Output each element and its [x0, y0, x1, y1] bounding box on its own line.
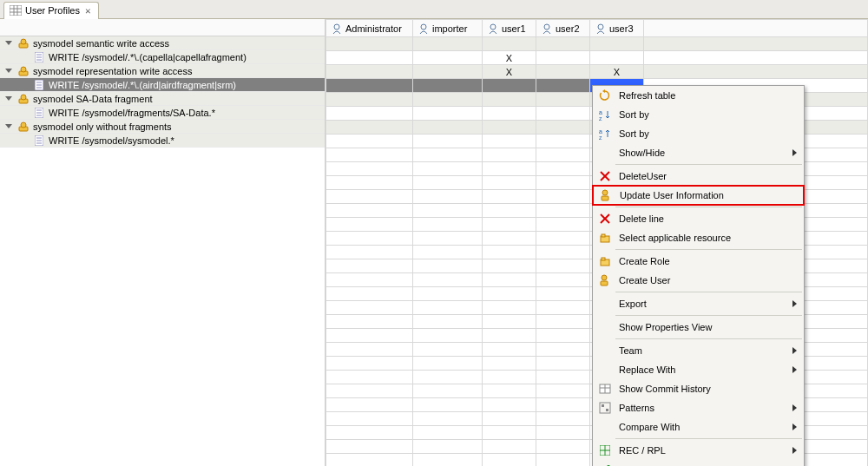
- svg-rect-49: [601, 281, 608, 286]
- submenu-arrow-icon: [792, 423, 797, 430]
- menu-patterns[interactable]: Patterns: [593, 398, 804, 417]
- cell[interactable]: [413, 51, 483, 65]
- cell[interactable]: [536, 51, 590, 65]
- svg-point-33: [598, 24, 603, 30]
- svg-point-31: [490, 24, 496, 30]
- svg-point-32: [544, 24, 549, 30]
- tab-label: User Profiles: [25, 5, 80, 16]
- tree-child[interactable]: WRITE /sysmodel/.*\.(capella|capellafrag…: [0, 50, 325, 64]
- close-icon[interactable]: ✕: [85, 5, 91, 16]
- svg-point-24: [21, 122, 26, 128]
- menu-delete-user[interactable]: DeleteUser: [593, 167, 804, 186]
- user-icon: [596, 274, 614, 286]
- svg-point-29: [334, 24, 339, 30]
- submenu-arrow-icon: [792, 347, 797, 354]
- role-icon: [17, 93, 30, 105]
- menu-show-hide[interactable]: Show/Hide: [593, 143, 804, 162]
- menu-delete-line[interactable]: Delete line: [593, 209, 804, 228]
- menu-create-role[interactable]: Create Role: [593, 252, 804, 271]
- cell[interactable]: [590, 51, 644, 65]
- col-header[interactable]: Administrator: [326, 20, 413, 37]
- tree-group-label: sysmodel representation write access: [33, 66, 192, 76]
- menu-refresh-table[interactable]: Refresh table: [593, 86, 804, 105]
- menu-export[interactable]: Export: [593, 294, 804, 313]
- chevron-down-icon: [5, 41, 12, 45]
- grid-icon: [596, 445, 614, 456]
- svg-rect-47: [602, 258, 605, 260]
- svg-rect-53: [600, 403, 610, 413]
- menu-team[interactable]: Team: [593, 341, 804, 360]
- svg-point-18: [21, 95, 26, 100]
- table-icon: [10, 5, 22, 16]
- tab-bar: User Profiles ✕: [0, 0, 868, 19]
- chevron-down-icon: [5, 96, 12, 101]
- tree-child-label: WRITE /sysmodel/.*\.(capella|capellafrag…: [49, 52, 247, 62]
- col-header[interactable]: user1: [483, 20, 536, 37]
- cell[interactable]: X: [483, 51, 536, 65]
- tree-child-label: WRITE /sysmodel/fragments/SA-Data.*: [49, 108, 215, 118]
- svg-point-48: [602, 275, 607, 280]
- svg-point-12: [21, 67, 26, 72]
- menu-create-user[interactable]: Create User: [593, 271, 804, 290]
- role-icon: [17, 121, 30, 133]
- submenu-arrow-icon: [792, 404, 797, 411]
- tab-user-profiles[interactable]: User Profiles ✕: [3, 2, 99, 19]
- svg-text:z: z: [599, 135, 602, 140]
- menu-show-impact[interactable]: Show Impact Analysis...: [593, 460, 804, 466]
- submenu-arrow-icon: [792, 447, 797, 454]
- tree-group-label: sysmodel semantic write access: [33, 38, 169, 49]
- delete-icon: [596, 213, 614, 224]
- svg-rect-54: [602, 404, 604, 407]
- document-icon: [33, 107, 45, 119]
- submenu-arrow-icon: [792, 300, 797, 307]
- menu-sort-desc[interactable]: az Sort by: [593, 124, 804, 143]
- tree-group-label: sysmodel SA-Data fragment: [33, 94, 153, 104]
- document-icon: [33, 79, 45, 91]
- menu-rec-rpl[interactable]: REC / RPL: [593, 441, 804, 460]
- cell[interactable]: [326, 51, 413, 65]
- svg-point-40: [602, 190, 608, 195]
- tree-group[interactable]: sysmodel semantic write access: [0, 36, 325, 50]
- menu-select-resource[interactable]: Select applicable resource: [593, 228, 804, 247]
- menu-compare-with[interactable]: Compare With: [593, 417, 804, 436]
- role-icon: [17, 65, 30, 77]
- chevron-down-icon: [5, 69, 12, 73]
- role-icon: [596, 256, 614, 266]
- col-header[interactable]: importer: [413, 20, 483, 37]
- cell[interactable]: X: [483, 65, 536, 79]
- menu-update-user-info[interactable]: Update User Information: [592, 185, 805, 206]
- menu-show-properties[interactable]: Show Properties View: [593, 318, 804, 337]
- tree-child[interactable]: WRITE /sysmodel/sysmodel.*: [0, 134, 325, 148]
- tree-child-label: WRITE /sysmodel/sysmodel.*: [49, 135, 174, 146]
- col-header[interactable]: user2: [536, 20, 590, 37]
- col-header[interactable]: user3: [590, 20, 644, 37]
- patterns-icon: [596, 402, 614, 414]
- document-icon: [33, 51, 45, 63]
- submenu-arrow-icon: [792, 149, 797, 156]
- menu-replace-with[interactable]: Replace With: [593, 360, 804, 379]
- cell[interactable]: X: [590, 65, 644, 79]
- tree-group-label: sysmodel only without fragments: [33, 121, 172, 132]
- tree-child-selected[interactable]: WRITE /sysmodel/.*\.(aird|airdfragment|s…: [0, 78, 325, 92]
- svg-rect-55: [606, 409, 608, 411]
- svg-rect-45: [602, 234, 605, 237]
- tree-group[interactable]: sysmodel only without fragments: [0, 120, 325, 134]
- role-icon: [17, 37, 30, 49]
- menu-commit-history[interactable]: Show Commit History: [593, 379, 804, 398]
- tree-child[interactable]: WRITE /sysmodel/fragments/SA-Data.*: [0, 106, 325, 120]
- refresh-icon: [596, 89, 614, 102]
- svg-text:a: a: [599, 128, 602, 135]
- chevron-down-icon: [5, 124, 12, 128]
- tree-child-label: WRITE /sysmodel/.*\.(aird|airdfragment|s…: [49, 80, 236, 90]
- submenu-arrow-icon: [792, 366, 797, 373]
- tree-group[interactable]: sysmodel representation write access: [0, 64, 325, 78]
- svg-rect-0: [10, 5, 22, 16]
- tree-group[interactable]: sysmodel SA-Data fragment: [0, 92, 325, 106]
- context-menu: Refresh table az Sort by az Sort by Show…: [592, 85, 805, 466]
- resource-icon: [596, 233, 614, 243]
- delete-icon: [596, 171, 614, 181]
- menu-sort-asc[interactable]: az Sort by: [593, 105, 804, 124]
- svg-text:a: a: [599, 109, 602, 115]
- sort-asc-icon: az: [596, 108, 614, 121]
- svg-text:z: z: [599, 115, 602, 121]
